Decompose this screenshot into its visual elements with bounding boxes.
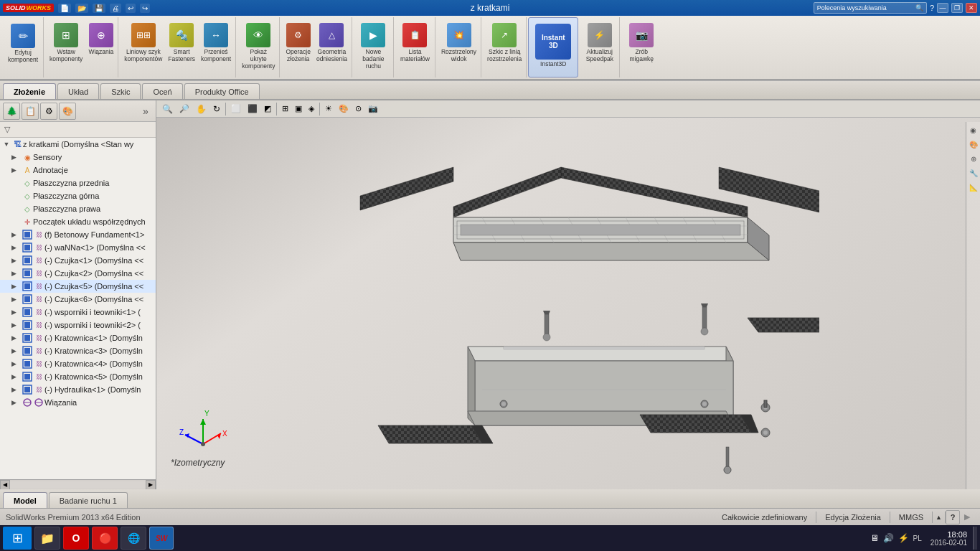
file-explorer-button[interactable]: 📁 <box>34 527 60 550</box>
tree-item-kratownica5[interactable]: ▶ ⛓ (-) Kratownica<5> (Domyśln <box>0 370 156 383</box>
help-button[interactable]: ? <box>946 510 960 524</box>
lights-panel-button[interactable]: ⊕ <box>967 152 980 165</box>
scroll-right-button[interactable]: ▶ <box>146 480 156 490</box>
root-expander[interactable]: ▼ <box>1 139 11 149</box>
view-orientation-button[interactable]: ⊞ <box>279 102 291 116</box>
display-wireframe-button[interactable]: ⬛ <box>245 102 260 116</box>
tab-evaluate[interactable]: Oceń <box>142 83 182 99</box>
appearances-panel-button[interactable]: 🔧 <box>967 166 980 179</box>
tab-layout[interactable]: Układ <box>57 83 99 99</box>
czujka2-expander[interactable]: ▶ <box>11 270 22 277</box>
tree-item-adnotacje[interactable]: ▶ A Adnotacje <box>0 164 156 176</box>
view-planes-button[interactable]: ◈ <box>306 102 317 116</box>
print-icon[interactable]: 🖨 <box>110 4 121 13</box>
explode-button[interactable]: 💥 Rozstrzelonywidok <box>440 22 478 64</box>
tab-model[interactable]: Model <box>3 492 47 508</box>
scroll-left-button[interactable]: ◀ <box>0 480 10 490</box>
tree-item-plane-top[interactable]: ◇ Płaszczyzna górna <box>0 189 156 202</box>
tree-item-kratownica1[interactable]: ▶ ⛓ (-) Kratownica<1> (Domyśln <box>0 331 156 344</box>
rotate-button[interactable]: ↻ <box>210 102 223 116</box>
display-states-button[interactable]: 🎨 <box>967 138 980 151</box>
scene-button[interactable]: ⊙ <box>352 102 364 116</box>
czujka1-expander[interactable]: ▶ <box>11 257 22 264</box>
speedpak-button[interactable]: ⚡ AktualizujSpeedpak <box>585 22 615 64</box>
tree-item-wsporniki1[interactable]: ▶ ⛓ (-) wsporniki i teowniki<1> ( <box>0 306 156 319</box>
tab-office[interactable]: Produkty Office <box>184 83 260 99</box>
solidworks-taskbar-button[interactable]: SW <box>149 527 174 550</box>
property-tab[interactable]: 📋 <box>22 103 39 120</box>
kratownica5-expander[interactable]: ▶ <box>11 373 22 380</box>
insert-components-button[interactable]: ⊞ Wstawkomponenty <box>48 22 84 64</box>
wsporniki2-expander[interactable]: ▶ <box>11 321 22 329</box>
kratownica4-expander[interactable]: ▶ <box>11 360 22 367</box>
czujka6-expander[interactable]: ▶ <box>11 296 22 303</box>
kratownica3-expander[interactable]: ▶ <box>11 347 22 354</box>
opera-button[interactable]: 🔴 <box>92 527 118 550</box>
geometry-button[interactable]: △ Geometriaodniesienia <box>315 22 349 64</box>
maximize-button[interactable]: ❐ <box>951 3 963 13</box>
tab-motion-study[interactable]: Badanie ruchu 1 <box>49 492 128 508</box>
feature-tree-tab[interactable]: 🌲 <box>3 103 20 120</box>
tree-item-czujka5[interactable]: ▶ ⛓ (-) Czujka<5> (Domyślna << <box>0 280 156 293</box>
appearance-button[interactable]: 🎨 <box>336 102 352 116</box>
search-box[interactable]: Polecenia wyszukiwania 🔍 <box>814 2 927 14</box>
tree-item-wiazania[interactable]: ▶ Wiązania <box>0 396 156 409</box>
tree-item-fundament[interactable]: ▶ ⛓ (f) Betonowy Fundament<1> <box>0 228 156 241</box>
new-icon[interactable]: 📄 <box>58 4 71 13</box>
save-icon[interactable]: 💾 <box>93 4 105 13</box>
show-desktop-button[interactable] <box>973 527 977 550</box>
tree-item-kratownica4[interactable]: ▶ ⛓ (-) Kratownica<4> (Domyśln <box>0 357 156 370</box>
adnotacje-expander[interactable]: ▶ <box>11 166 22 174</box>
kratownica1-expander[interactable]: ▶ <box>11 334 22 342</box>
view-palette-button[interactable]: ◉ <box>967 123 980 136</box>
materials-list-button[interactable]: 📋 Listamateriałów <box>399 22 431 64</box>
edit-component-button[interactable]: ✏ Edytujkomponent <box>6 22 40 65</box>
zoom-in-button[interactable]: 🔎 <box>176 102 192 116</box>
chrome-button[interactable]: 🌐 <box>121 527 146 550</box>
open-icon[interactable]: 📂 <box>75 4 88 13</box>
help-icon[interactable]: ? <box>930 4 934 12</box>
wiazania-expander[interactable]: ▶ <box>11 399 22 406</box>
lights-button[interactable]: ☀ <box>322 102 335 116</box>
dimxpert-tab[interactable]: 🎨 <box>59 103 76 120</box>
tree-item-czujka1[interactable]: ▶ ⛓ (-) Czujka<1> (Domyślna << <box>0 254 156 267</box>
minimize-button[interactable]: — <box>937 3 948 13</box>
instant3d-button[interactable]: Instant3D Instant3D <box>534 22 573 69</box>
show-hidden-button[interactable]: 👁 Pokażukrytekomponenty <box>240 22 276 72</box>
realview-button[interactable]: 📷 <box>365 102 381 116</box>
tree-item-wsporniki2[interactable]: ▶ ⛓ (-) wsporniki i teowniki<2> ( <box>0 319 156 331</box>
config-tab[interactable]: ⚙ <box>40 103 57 120</box>
new-study-button[interactable]: ▶ Nowebadanieruchu <box>359 22 387 72</box>
tree-item-hydraulika[interactable]: ▶ ⛓ (-) Hydraulika<1> (Domyśln <box>0 383 156 396</box>
linear-pattern-button[interactable]: ⊞⊞ Liniowy szykkomponentów <box>123 22 164 64</box>
tree-item-czujka6[interactable]: ▶ ⛓ (-) Czujka<6> (Domyślna << <box>0 293 156 306</box>
hydraulika-expander[interactable]: ▶ <box>11 386 22 393</box>
status-expand-right-button[interactable]: ▶ <box>960 510 974 524</box>
panel-hscrollbar[interactable]: ◀ ▶ <box>0 479 156 489</box>
tree-item-plane-right[interactable]: ◇ Płaszczyzna prawa <box>0 202 156 215</box>
operations-button[interactable]: ⚙ Operacjezłożenia <box>284 22 312 64</box>
sketch-line-button[interactable]: ↗ Szkic z liniąrozstrzelenia <box>486 22 523 64</box>
move-component-button[interactable]: ↔ Przenieśkomponent <box>199 22 232 64</box>
tab-assembly[interactable]: Złożenie <box>3 83 56 99</box>
wanna-expander[interactable]: ▶ <box>11 244 22 251</box>
tree-item-wanna[interactable]: ▶ ⛓ (-) waNNa<1> (Domyślna << <box>0 241 156 254</box>
sensory-expander[interactable]: ▶ <box>11 154 22 161</box>
czujka5-expander[interactable]: ▶ <box>11 283 22 290</box>
viewport[interactable]: 🔍 🔎 ✋ ↻ ⬜ ⬛ ◩ ⊞ ▣ ◈ ☀ 🎨 ⊙ 📷 <box>156 100 980 489</box>
tree-item-plane-front[interactable]: ◇ Płaszczyzna przednia <box>0 176 156 189</box>
tree-item-kratownica3[interactable]: ▶ ⛓ (-) Kratownica<3> (Domyśln <box>0 344 156 357</box>
wsporniki1-expander[interactable]: ▶ <box>11 309 22 316</box>
tree-item-sensory[interactable]: ▶ ◉ Sensory <box>0 151 156 164</box>
redo-icon[interactable]: ↪ <box>140 4 150 13</box>
expand-panel-button[interactable]: » <box>138 104 153 118</box>
tab-sketch[interactable]: Szkic <box>100 83 141 99</box>
pan-button[interactable]: ✋ <box>193 102 209 116</box>
fundament-expander[interactable]: ▶ <box>11 231 22 238</box>
tree-item-origin[interactable]: ✛ Początek układu współrzędnych <box>0 215 156 228</box>
display-shaded-button[interactable]: ◩ <box>261 102 274 116</box>
units-expand-button[interactable]: ▲ <box>933 514 945 521</box>
zoom-to-fit-button[interactable]: 🔍 <box>159 102 176 116</box>
start-button[interactable]: ⊞ <box>3 527 32 550</box>
display-style-button[interactable]: ⬜ <box>228 102 244 116</box>
